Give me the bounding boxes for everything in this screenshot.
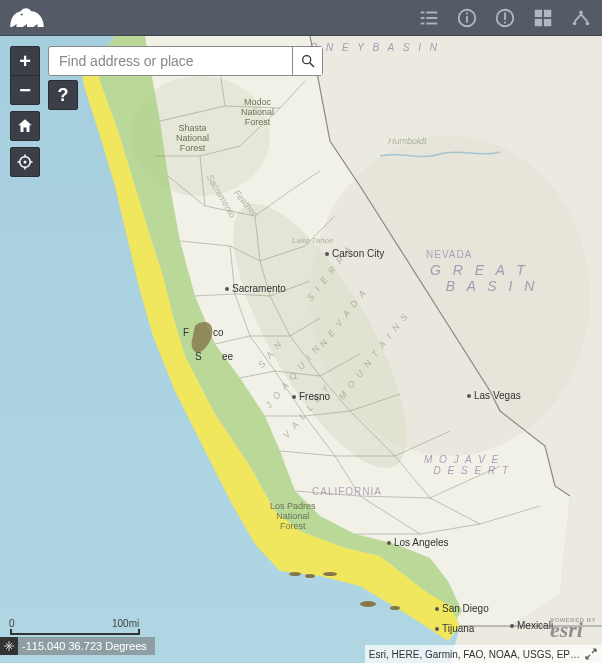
svg-point-26 [360, 601, 376, 607]
svg-rect-6 [426, 22, 437, 24]
svg-rect-16 [544, 18, 551, 25]
esri-logo: POWERED BY esri [550, 617, 596, 643]
attribution-expand-icon[interactable] [584, 647, 598, 661]
scale-distance: 100mi [112, 618, 139, 629]
svg-point-29 [24, 161, 27, 164]
scale-zero: 0 [9, 618, 15, 629]
svg-rect-2 [426, 11, 437, 13]
svg-rect-11 [504, 12, 506, 19]
scale-bar: 0 100mi [10, 629, 140, 635]
attribution-bar: Esri, HERE, Garmin, FAO, NOAA, USGS, EP… [365, 645, 602, 663]
svg-point-19 [586, 21, 590, 25]
help-button[interactable]: ? [48, 80, 78, 110]
attribution-text: Esri, HERE, Garmin, FAO, NOAA, USGS, EP… [369, 649, 580, 660]
esri-logo-text: esri [550, 617, 583, 642]
map-canvas[interactable]: G R E A T B A S I N NEVADA M O J A V E D… [0, 36, 602, 663]
svg-rect-1 [421, 11, 425, 13]
svg-point-23 [289, 572, 301, 576]
search-button[interactable] [292, 47, 322, 75]
bear-logo[interactable] [6, 4, 48, 32]
zoom-in-button[interactable]: + [10, 46, 40, 76]
info-icon[interactable] [452, 3, 482, 33]
zoom-out-button[interactable]: − [10, 75, 40, 105]
svg-line-35 [310, 63, 314, 67]
svg-rect-9 [466, 12, 468, 14]
search-box [48, 46, 323, 76]
svg-rect-15 [535, 18, 542, 25]
svg-rect-4 [426, 17, 437, 19]
share-icon[interactable] [566, 3, 596, 33]
svg-point-34 [302, 56, 310, 64]
svg-rect-14 [544, 9, 551, 16]
svg-rect-3 [421, 17, 425, 19]
svg-rect-13 [535, 9, 542, 16]
svg-point-18 [573, 21, 577, 25]
coordinate-toggle-icon[interactable] [0, 637, 18, 655]
svg-point-0 [21, 13, 23, 15]
map-base-layer [0, 36, 602, 663]
svg-rect-5 [421, 22, 425, 24]
alert-icon[interactable] [490, 3, 520, 33]
search-input[interactable] [49, 47, 292, 75]
coordinate-bar: -115.040 36.723 Degrees [0, 637, 155, 655]
home-button[interactable] [10, 111, 40, 141]
svg-point-27 [390, 606, 400, 610]
svg-point-24 [305, 574, 315, 578]
locate-button[interactable] [10, 147, 40, 177]
svg-rect-12 [504, 21, 506, 23]
legend-icon[interactable] [414, 3, 444, 33]
basemap-icon[interactable] [528, 3, 558, 33]
svg-point-25 [323, 572, 337, 576]
header-tools [414, 3, 596, 33]
svg-rect-8 [466, 16, 468, 22]
search-icon [300, 53, 316, 69]
zoom-group: + − [10, 46, 40, 105]
map-controls: + − [10, 46, 40, 177]
coordinate-text: -115.040 36.723 Degrees [22, 640, 147, 652]
header-bar [0, 0, 602, 36]
